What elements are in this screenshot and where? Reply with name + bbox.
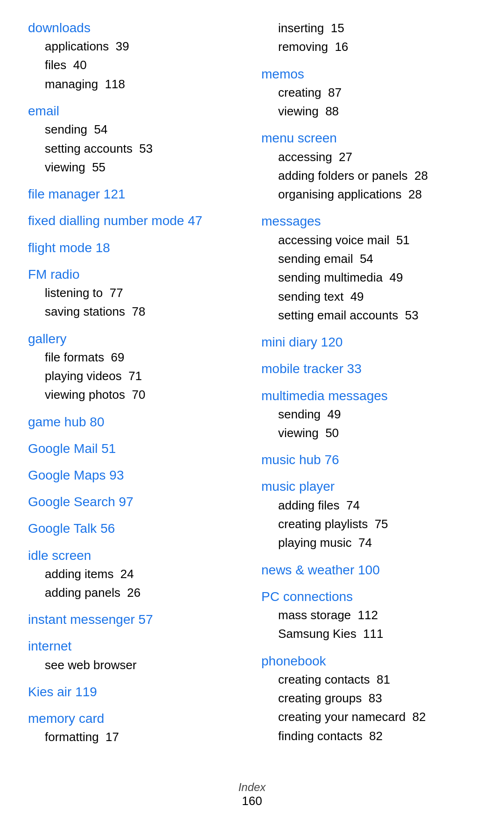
- entry-heading-page: 57: [135, 612, 153, 627]
- index-entry-group: Google Search 97: [28, 493, 243, 511]
- sub-entry: formatting 17: [28, 728, 243, 746]
- sub-entry: playing music 74: [261, 533, 476, 552]
- left-column: downloadsapplications 39files 40managing…: [28, 19, 243, 755]
- sub-entry: Samsung Kies 111: [261, 624, 476, 643]
- sub-entry: files 40: [28, 56, 243, 74]
- entry-heading-text: music player: [261, 479, 335, 494]
- entry-heading-page: 33: [343, 361, 362, 376]
- entry-heading-text: idle screen: [28, 548, 91, 563]
- sub-entry: inserting 15: [261, 19, 476, 37]
- footer-label: Index: [0, 781, 504, 794]
- entry-heading-text: gallery: [28, 332, 66, 346]
- index-entry-group: emailsending 54setting accounts 53viewin…: [28, 102, 243, 177]
- entry-heading-page: 80: [86, 415, 105, 429]
- entry-heading: email: [28, 102, 243, 120]
- sub-entry: setting email accounts 53: [261, 306, 476, 325]
- entry-heading: phonebook: [261, 652, 476, 670]
- entry-heading-text: PC connections: [261, 589, 353, 604]
- sub-entry: viewing 88: [261, 102, 476, 120]
- entry-heading-page: 100: [354, 563, 380, 577]
- entry-heading-text: Kies air: [28, 685, 71, 699]
- index-entry-group: phonebookcreating contacts 81creating gr…: [261, 652, 476, 745]
- index-entry-group: Google Maps 93: [28, 466, 243, 484]
- entry-heading: fixed dialling number mode 47: [28, 212, 243, 230]
- entry-heading-page: 56: [97, 521, 115, 536]
- entry-heading-page: 18: [92, 240, 110, 255]
- entry-heading-text: menu screen: [261, 131, 337, 145]
- entry-heading-text: file manager: [28, 187, 100, 201]
- sub-entry: creating playlists 75: [261, 515, 476, 533]
- entry-heading: FM radio: [28, 265, 243, 283]
- sub-entry: playing videos 71: [28, 367, 243, 385]
- entry-heading: memory card: [28, 709, 243, 728]
- sub-entry: sending multimedia 49: [261, 268, 476, 287]
- entry-heading: mini diary 120: [261, 333, 476, 351]
- entry-heading: Google Maps 93: [28, 466, 243, 484]
- entry-heading: Google Search 97: [28, 493, 243, 511]
- index-entry-group: file manager 121: [28, 185, 243, 203]
- sub-entry: organising applications 28: [261, 185, 476, 204]
- entry-heading: mobile tracker 33: [261, 360, 476, 378]
- sub-entry: applications 39: [28, 37, 243, 56]
- entry-heading: internet: [28, 637, 243, 655]
- entry-heading: messages: [261, 212, 476, 230]
- entry-heading-page: 97: [115, 495, 133, 509]
- entry-heading-text: flight mode: [28, 240, 92, 255]
- sub-entry: accessing voice mail 51: [261, 231, 476, 249]
- entry-heading: idle screen: [28, 546, 243, 565]
- sub-entry: viewing photos 70: [28, 385, 243, 404]
- index-entry-group: Google Mail 51: [28, 439, 243, 458]
- sub-entry: adding items 24: [28, 565, 243, 583]
- index-entry-group: fixed dialling number mode 47: [28, 212, 243, 230]
- index-entry-group: PC connectionsmass storage 112Samsung Ki…: [261, 587, 476, 643]
- sub-entry: removing 16: [261, 37, 476, 56]
- index-entry-group: mini diary 120: [261, 333, 476, 351]
- entry-heading: game hub 80: [28, 413, 243, 431]
- index-entry-group: inserting 15removing 16: [261, 19, 476, 57]
- entry-heading-text: fixed dialling number mode: [28, 213, 184, 228]
- index-entry-group: galleryfile formats 69playing videos 71v…: [28, 330, 243, 404]
- entry-heading: file manager 121: [28, 185, 243, 203]
- footer-page-number: 160: [0, 794, 504, 808]
- entry-heading: multimedia messages: [261, 387, 476, 405]
- sub-entry: setting accounts 53: [28, 139, 243, 158]
- sub-entry: sending 54: [28, 120, 243, 139]
- entry-heading: news & weather 100: [261, 561, 476, 579]
- entry-heading-page: 120: [317, 335, 343, 349]
- entry-heading-text: phonebook: [261, 654, 326, 668]
- entry-heading-text: Google Mail: [28, 441, 98, 456]
- sub-entry: finding contacts 82: [261, 727, 476, 745]
- entry-heading-text: mini diary: [261, 335, 317, 349]
- entry-heading: Kies air 119: [28, 683, 243, 701]
- sub-entry: viewing 55: [28, 158, 243, 177]
- entry-heading-text: music hub: [261, 452, 321, 467]
- entry-heading-page: 121: [100, 187, 126, 201]
- sub-entry: adding folders or panels 28: [261, 166, 476, 185]
- entry-heading: music player: [261, 477, 476, 495]
- entry-heading-text: Google Maps: [28, 468, 106, 482]
- sub-entry: sending email 54: [261, 249, 476, 268]
- sub-entry: accessing 27: [261, 148, 476, 166]
- sub-entry: file formats 69: [28, 348, 243, 367]
- entry-heading-text: news & weather: [261, 563, 354, 577]
- entry-heading-text: Google Search: [28, 495, 115, 509]
- entry-heading: gallery: [28, 330, 243, 348]
- entry-heading: Google Talk 56: [28, 519, 243, 537]
- entry-heading: PC connections: [261, 587, 476, 606]
- index-entry-group: news & weather 100: [261, 561, 476, 579]
- entry-heading-text: mobile tracker: [261, 361, 343, 376]
- sub-entry: viewing 50: [261, 424, 476, 442]
- index-entry-group: FM radiolistening to 77saving stations 7…: [28, 265, 243, 321]
- sub-entry: managing 118: [28, 75, 243, 93]
- entry-heading-text: internet: [28, 639, 71, 653]
- index-entry-group: flight mode 18: [28, 239, 243, 257]
- sub-entry: creating your namecard 82: [261, 707, 476, 726]
- entry-heading: memos: [261, 65, 476, 83]
- entry-heading-text: downloads: [28, 21, 91, 35]
- sub-entry: creating contacts 81: [261, 670, 476, 689]
- entry-heading-page: 93: [106, 468, 124, 482]
- index-content: downloadsapplications 39files 40managing…: [28, 19, 476, 755]
- sub-entry: sending text 49: [261, 287, 476, 306]
- entry-heading-text: multimedia messages: [261, 389, 388, 403]
- sub-entry: see web browser: [28, 656, 243, 674]
